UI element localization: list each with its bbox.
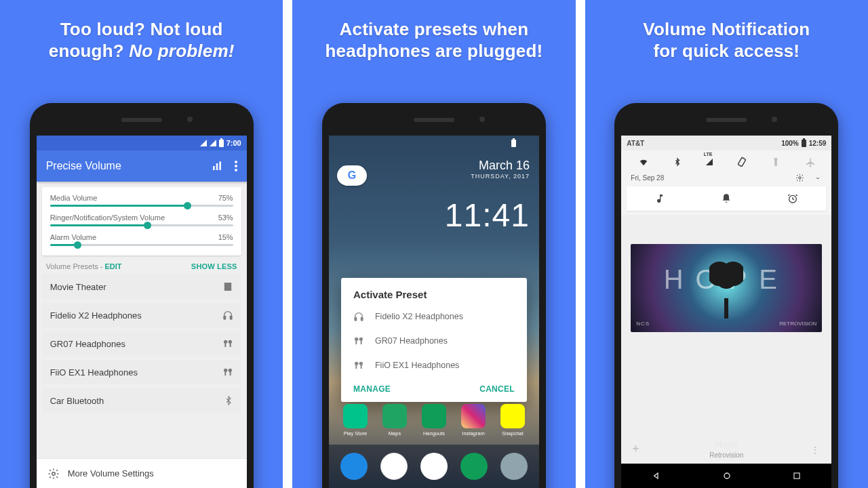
dialog-manage-button[interactable]: MANAGE [353,384,391,394]
svg-rect-42 [794,473,800,479]
media-volume-row[interactable]: Media Volume75% [50,194,233,207]
svg-rect-2 [219,161,221,170]
svg-rect-33 [355,365,357,369]
home-apps-row: Play Store Maps Hangouts Instagram Snapc… [329,404,539,436]
dialog-cancel-button[interactable]: CANCEL [479,384,515,394]
preset-car-bluetooth[interactable]: Car Bluetooth [42,388,241,413]
dock-camera[interactable] [500,453,528,480]
app-playstore[interactable]: Play Store [342,404,368,436]
equalizer-icon[interactable] [212,161,222,171]
nav-home-icon[interactable] [722,470,732,481]
svg-rect-7 [223,283,224,284]
earbuds-icon [222,338,233,349]
ringer-volume-row[interactable]: Ringer/Notification/System Volume53% [50,214,233,226]
tagline-2: Activate presets whenheadphones are plug… [311,0,558,73]
phone-frame-1: 7:00 Precise Volume Media Volume75% Ri [30,103,254,488]
status-bar: AT&T 100% 12:59 [621,136,831,150]
svg-rect-9 [223,287,224,288]
headphones-icon [353,311,366,322]
svg-point-4 [235,165,237,167]
tagline-3: Volume Notificationfor quick access! [628,0,825,73]
expand-chevron-icon[interactable] [814,176,822,181]
album-art: HOPE NCS RETROVISION [631,244,822,332]
svg-rect-18 [224,343,226,347]
flashlight-toggle-icon[interactable] [771,157,781,167]
svg-point-5 [235,169,237,171]
quick-settings-panel: AT&T 100% 12:59 LTE Fri, Sep 2 [621,136,831,215]
overflow-icon[interactable] [235,161,237,171]
headphones-icon [222,310,233,321]
cellular-toggle-icon[interactable]: LTE [706,156,713,168]
promo-panel-1: Too loud? Not loud enough? No problem! 7… [0,0,283,488]
svg-rect-6 [224,283,231,291]
svg-rect-0 [213,166,215,170]
google-search-pill[interactable]: G [337,165,367,186]
svg-point-28 [355,338,358,341]
svg-rect-15 [224,316,226,319]
battery-icon [802,140,806,147]
svg-point-21 [224,369,227,372]
svg-point-17 [224,340,227,344]
svg-rect-24 [229,371,231,375]
track-title: Hope [621,439,831,450]
svg-rect-10 [223,289,224,289]
more-settings-button[interactable]: More Volume Settings [37,458,247,488]
qs-date: Fri, Sep 28 [631,174,664,182]
preset-fidelio[interactable]: Fidelio X2 Headphones [42,303,241,327]
app-snapchat[interactable]: Snapchat [500,404,526,436]
airplane-toggle-icon[interactable] [805,157,816,167]
dialog-title: Activate Preset [341,289,527,304]
carrier-label: AT&T [627,140,644,147]
presets-section-header: Volume Presets - EDIT SHOW LESS [37,256,247,274]
nav-back-icon[interactable] [651,470,662,481]
dock-drawer[interactable] [420,453,448,480]
bell-icon[interactable] [721,193,732,204]
app-hangouts[interactable]: Hangouts [421,404,447,436]
earbuds-icon [222,367,233,378]
film-icon [222,281,233,292]
edit-link[interactable]: EDIT [104,262,121,270]
dialog-item-gr07[interactable]: GR07 Headphones [341,329,527,353]
app-instagram[interactable]: Instagram [460,404,486,436]
home-date: March 16 THURSDAY, 2017 [471,159,530,180]
dock-chrome[interactable] [380,453,408,480]
battery-icon [219,140,224,147]
phone-frame-2: 7:00 G March 16 THURSDAY, 2017 11:41 Act… [322,103,546,488]
preset-movie-theater[interactable]: Movie Theater [42,274,241,299]
svg-rect-35 [361,365,362,369]
volume-card: Media Volume75% Ringer/Notification/Syst… [42,187,241,256]
tagline-1: Too loud? Not loud enough? No problem! [34,0,250,73]
earbuds-icon [353,360,366,371]
wifi-toggle-icon[interactable] [637,157,650,167]
dialog-item-fidelio[interactable]: Fidelio X2 Headphones [341,304,527,329]
dock-phone[interactable] [340,453,368,480]
bluetooth-toggle-icon[interactable] [673,157,682,167]
dialog-item-fiio[interactable]: FiiO EX1 Headphones [341,353,527,378]
rotation-toggle-icon[interactable] [736,157,747,167]
bluetooth-icon [224,395,233,406]
app-maps[interactable]: Maps [382,404,408,436]
show-less-button[interactable]: SHOW LESS [191,262,237,270]
preset-fiio[interactable]: FiiO EX1 Headphones [42,360,241,384]
preset-gr07[interactable]: GR07 Headphones [42,331,241,356]
gear-icon [47,468,60,480]
status-time: 7:00 [226,139,241,147]
app-title: Precise Volume [46,160,121,172]
svg-rect-12 [231,285,232,286]
home-dock [329,445,539,488]
preset-list: Movie Theater Fidelio X2 Headphones GR07… [37,274,247,413]
alarm-volume-row[interactable]: Alarm Volume15% [50,233,233,246]
svg-point-37 [799,177,801,179]
music-note-icon[interactable] [654,193,665,204]
svg-point-19 [228,340,231,344]
dock-messages[interactable] [460,453,488,480]
track-artist: Retrovision [621,451,831,459]
nav-recents-icon[interactable] [792,471,802,481]
settings-gear-icon[interactable] [795,174,804,182]
phone-frame-3: AT&T 100% 12:59 LTE Fri, Sep 2 [614,103,838,488]
svg-rect-20 [229,343,231,347]
alarm-clock-icon[interactable] [787,193,798,204]
svg-point-41 [724,473,730,479]
battery-icon [511,140,516,147]
app-bar: Precise Volume [37,150,247,182]
